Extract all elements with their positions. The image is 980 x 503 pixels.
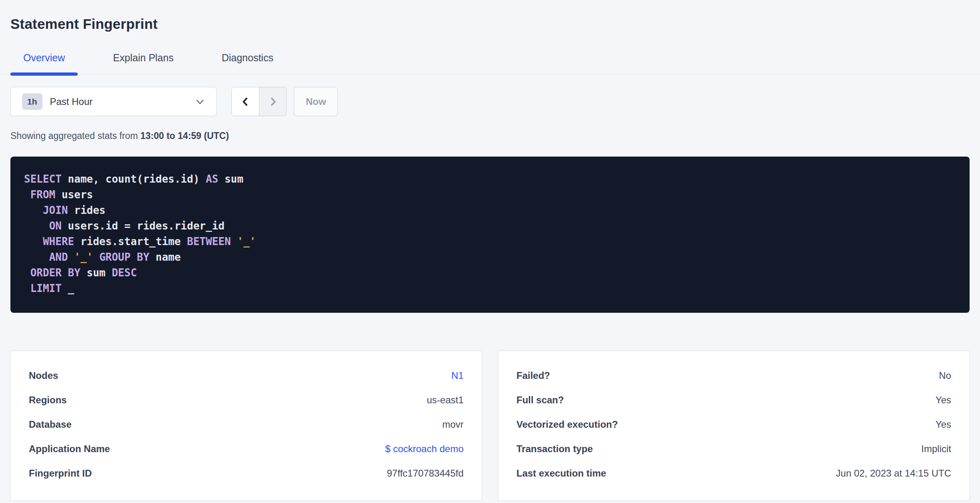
previous-interval-button[interactable]: [232, 87, 259, 116]
sql-line: SELECT name, count(rides.id) AS sum: [24, 171, 956, 187]
sql-text: rides: [68, 204, 106, 216]
sql-keyword: ORDER BY: [30, 267, 80, 279]
sql-statement-box: SELECT name, count(rides.id) AS sum FROM…: [10, 157, 970, 313]
summary-prefix: Showing aggregated stats from: [10, 131, 141, 141]
database-label: Database: [29, 419, 72, 430]
tab-bar: OverviewExplain PlansDiagnostics: [0, 52, 980, 74]
interval-label: Past Hour: [50, 96, 93, 107]
execution-attributes-card: Failed?NoFull scan?YesVectorized executi…: [498, 351, 970, 501]
tab-explain-plans[interactable]: Explain Plans: [100, 52, 186, 74]
database-value: movr: [442, 419, 464, 430]
sql-text: [68, 251, 74, 263]
sql-text: sum: [218, 173, 243, 185]
full-scan-label: Full scan?: [516, 394, 564, 406]
sql-line: AND '_' GROUP BY name: [24, 249, 956, 265]
sql-text: _: [62, 282, 74, 294]
tab-overview[interactable]: Overview: [10, 52, 78, 74]
sql-line: FROM users: [24, 187, 956, 203]
summary-time-range: 13:00 to 14:59 (UTC): [141, 131, 229, 141]
sql-keyword: AS: [206, 173, 218, 185]
detail-row-vectorized-execution: Vectorized execution?Yes: [516, 412, 951, 437]
sql-text: [93, 251, 99, 263]
full-scan-value: Yes: [936, 394, 951, 406]
failed-value: No: [939, 370, 951, 381]
now-button[interactable]: Now: [294, 87, 338, 116]
sql-text: users.id = rides.rider_id: [62, 220, 225, 232]
interval-badge: 1h: [22, 93, 42, 110]
sql-text: [24, 267, 30, 279]
transaction-type-label: Transaction type: [516, 443, 593, 455]
detail-row-fingerprint-id: Fingerprint ID97ffc170783445fd: [29, 461, 464, 485]
time-interval-dropdown[interactable]: 1h Past Hour: [10, 87, 217, 116]
sql-line: LIMIT _: [24, 281, 956, 296]
time-step-group: [231, 87, 287, 116]
regions-label: Regions: [29, 394, 67, 406]
sql-keyword: LIMIT: [30, 282, 62, 294]
sql-keyword: BETWEEN: [187, 235, 231, 247]
sql-text: [24, 235, 43, 247]
tab-diagnostics[interactable]: Diagnostics: [209, 52, 286, 74]
vectorized-execution-value: Yes: [936, 419, 951, 430]
chevron-down-icon: [196, 97, 203, 104]
next-interval-button[interactable]: [259, 87, 286, 116]
sql-text: [24, 204, 43, 216]
details-cards: NodesN1Regionsus-east1DatabasemovrApplic…: [10, 351, 970, 501]
time-controls: 1h Past Hour Now: [10, 87, 970, 116]
sql-keyword: DESC: [112, 267, 137, 279]
vectorized-execution-label: Vectorized execution?: [516, 419, 618, 430]
chevron-right-icon: [267, 96, 279, 107]
sql-text: rides.start_time: [74, 235, 187, 247]
sql-keyword: ON: [49, 220, 62, 232]
nodes-label: Nodes: [29, 370, 58, 381]
detail-row-database: Databasemovr: [29, 412, 464, 437]
sql-keyword: AND: [49, 251, 68, 263]
statement-details-card: NodesN1Regionsus-east1DatabasemovrApplic…: [10, 351, 482, 501]
transaction-type-value: Implicit: [921, 443, 951, 455]
sql-string-literal: '_': [237, 235, 256, 247]
failed-label: Failed?: [516, 370, 550, 381]
sql-line: JOIN rides: [24, 203, 956, 218]
detail-row-failed: Failed?No: [516, 363, 951, 388]
detail-row-nodes: NodesN1: [29, 363, 464, 388]
regions-value: us-east1: [427, 394, 464, 406]
detail-row-application-name: Application Name$ cockroach demo: [29, 437, 464, 461]
fingerprint-id-value: 97ffc170783445fd: [387, 468, 464, 479]
page-title: Statement Fingerprint: [10, 14, 970, 34]
sql-text: name: [149, 251, 181, 263]
sql-text: [24, 282, 30, 294]
last-execution-time-value: Jun 02, 2023 at 14:15 UTC: [836, 468, 951, 479]
aggregated-stats-summary: Showing aggregated stats from 13:00 to 1…: [10, 131, 970, 141]
sql-text: [231, 235, 237, 247]
application-name-link[interactable]: $ cockroach demo: [385, 443, 464, 455]
sql-keyword: GROUP BY: [99, 251, 149, 263]
sql-keyword: JOIN: [43, 204, 68, 216]
sql-text: name, count(rides.id): [62, 173, 206, 185]
nodes-link[interactable]: N1: [451, 370, 464, 381]
sql-keyword: FROM: [30, 189, 56, 201]
sql-line: ORDER BY sum DESC: [24, 265, 956, 281]
detail-row-full-scan: Full scan?Yes: [516, 388, 951, 412]
sql-text: [24, 189, 30, 201]
sql-keyword: WHERE: [43, 235, 74, 247]
detail-row-transaction-type: Transaction typeImplicit: [516, 437, 951, 461]
sql-line: ON users.id = rides.rider_id: [24, 218, 956, 234]
detail-row-last-execution-time: Last execution timeJun 02, 2023 at 14:15…: [516, 461, 951, 485]
application-name-label: Application Name: [29, 443, 110, 455]
sql-text: users: [55, 189, 93, 201]
sql-string-literal: '_': [74, 251, 93, 263]
sql-text: sum: [80, 267, 112, 279]
fingerprint-id-label: Fingerprint ID: [29, 468, 92, 479]
chevron-left-icon: [240, 96, 251, 107]
sql-line: WHERE rides.start_time BETWEEN '_': [24, 234, 956, 249]
last-execution-time-label: Last execution time: [516, 468, 606, 479]
sql-text: [24, 251, 49, 263]
sql-keyword: SELECT: [24, 173, 62, 185]
sql-text: [24, 220, 49, 232]
detail-row-regions: Regionsus-east1: [29, 388, 464, 412]
